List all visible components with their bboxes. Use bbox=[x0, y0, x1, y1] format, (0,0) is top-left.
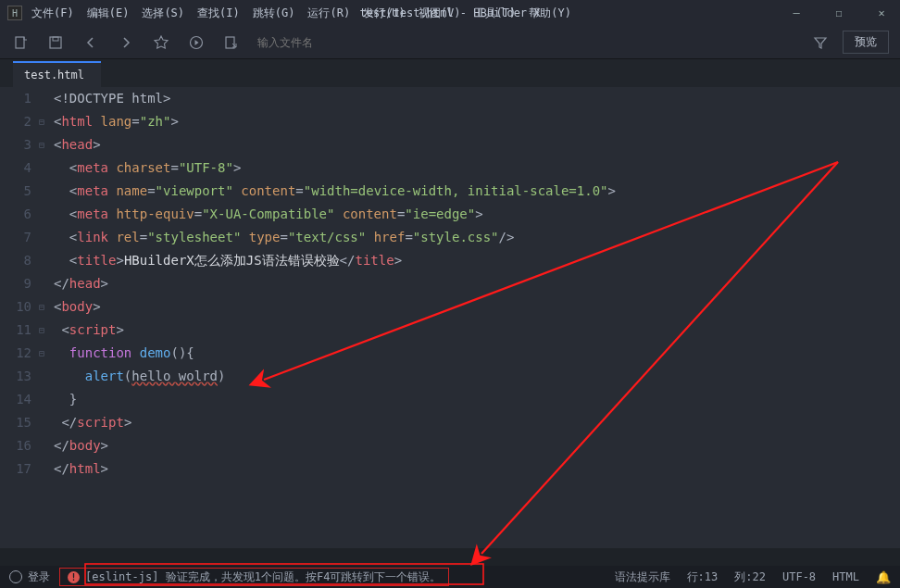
toolbar: 预览 bbox=[0, 26, 900, 59]
bell-icon[interactable]: 🔔 bbox=[876, 570, 891, 584]
editor-tabs: test.html bbox=[0, 59, 900, 87]
menu-item[interactable]: 运行(R) bbox=[307, 6, 350, 21]
window-title: test/test.html - HBuilder X bbox=[359, 6, 540, 19]
cursor-col: 列:22 bbox=[734, 569, 766, 585]
language-label[interactable]: HTML bbox=[832, 570, 859, 583]
svg-rect-0 bbox=[16, 37, 24, 48]
close-button[interactable]: ✕ bbox=[870, 6, 893, 19]
browser-icon[interactable] bbox=[222, 33, 241, 52]
svg-rect-1 bbox=[50, 37, 61, 48]
star-icon[interactable] bbox=[152, 33, 170, 52]
title-bar: H 文件(F)编辑(E)选择(S)查找(I)跳转(G)运行(R)发行(U)视图(… bbox=[0, 0, 900, 26]
menu-item[interactable]: 跳转(G) bbox=[253, 6, 295, 21]
filename-input[interactable] bbox=[257, 36, 443, 49]
code-editor[interactable]: 1234567891011121314151617 ⊟⊟ ⊟⊟⊟ <!DOCTY… bbox=[0, 87, 900, 548]
back-icon[interactable] bbox=[81, 33, 100, 52]
tab-label: test.html bbox=[24, 69, 84, 81]
status-bar: 登录 ! [eslint-js] 验证完成，共发现1个问题。按F4可跳转到下一个… bbox=[0, 566, 900, 588]
error-message: [eslint-js] 验证完成，共发现1个问题。按F4可跳转到下一个错误。 bbox=[85, 569, 441, 585]
fold-column: ⊟⊟ ⊟⊟⊟ bbox=[39, 87, 50, 548]
app-icon: H bbox=[7, 6, 22, 20]
login-link[interactable]: 登录 bbox=[28, 569, 50, 585]
menu-item[interactable]: 查找(I) bbox=[197, 6, 240, 21]
minimize-button[interactable]: — bbox=[785, 6, 807, 19]
forward-icon[interactable] bbox=[117, 33, 135, 52]
preview-button[interactable]: 预览 bbox=[843, 31, 889, 54]
error-panel[interactable]: ! [eslint-js] 验证完成，共发现1个问题。按F4可跳转到下一个错误。 bbox=[59, 568, 449, 586]
new-file-icon[interactable] bbox=[11, 33, 30, 52]
menu-item[interactable]: 选择(S) bbox=[142, 6, 184, 21]
save-icon[interactable] bbox=[46, 33, 65, 52]
encoding-label[interactable]: UTF-8 bbox=[782, 570, 816, 583]
user-icon[interactable] bbox=[9, 570, 22, 583]
menu-item[interactable]: 文件(F) bbox=[31, 6, 74, 21]
syntax-hint-link[interactable]: 语法提示库 bbox=[615, 569, 670, 585]
tab-test-html[interactable]: test.html bbox=[13, 61, 101, 87]
code-content[interactable]: <!DOCTYPE html><html lang="zh"><head> <m… bbox=[50, 87, 900, 548]
svg-rect-4 bbox=[226, 37, 234, 48]
error-icon: ! bbox=[68, 571, 80, 583]
filter-icon[interactable] bbox=[811, 33, 830, 52]
cursor-line: 行:13 bbox=[687, 569, 719, 585]
menu-item[interactable]: 编辑(E) bbox=[87, 6, 130, 21]
run-icon[interactable] bbox=[187, 33, 206, 52]
line-number-gutter: 1234567891011121314151617 bbox=[0, 87, 39, 548]
maximize-button[interactable]: ☐ bbox=[828, 6, 850, 19]
